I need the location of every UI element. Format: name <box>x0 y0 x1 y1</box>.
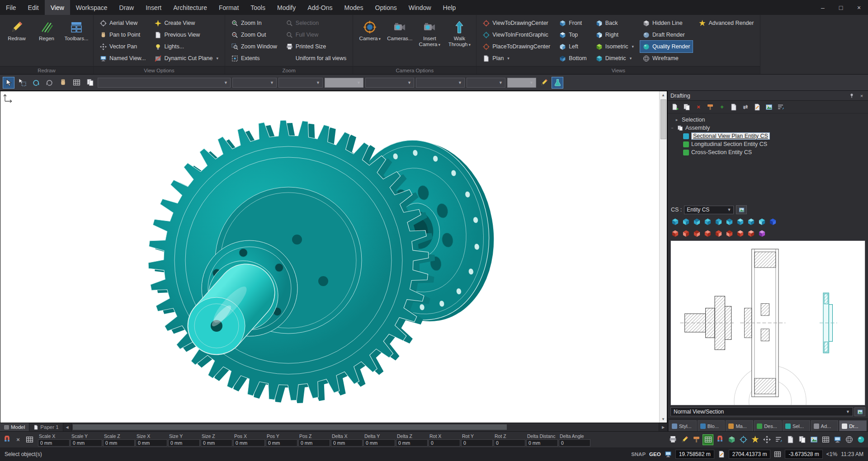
panel-tab-blocks[interactable]: Blo... <box>698 420 725 431</box>
section-cube-left-button[interactable] <box>692 228 702 238</box>
paint-view-button[interactable] <box>705 102 715 112</box>
textstyle-combo[interactable]: ▼ <box>416 78 465 88</box>
pin-panel-button[interactable] <box>848 92 855 99</box>
redo-button[interactable] <box>43 77 55 89</box>
tree-item-assembly[interactable]: − Assembly <box>670 124 866 132</box>
menu-window[interactable]: Window <box>403 0 437 15</box>
field-value[interactable]: 0 mm <box>331 439 363 447</box>
menu-architecture[interactable]: Architecture <box>167 0 213 15</box>
panel-tab-design[interactable]: Des... <box>754 420 782 431</box>
section-cube-front-button[interactable] <box>681 228 691 238</box>
style-combo[interactable]: ▼ <box>98 78 231 88</box>
linetype-combo[interactable]: ▼ <box>325 78 363 88</box>
view-cube-iso-se-button[interactable] <box>757 216 767 226</box>
snap-toggle[interactable]: SNAP <box>631 452 646 457</box>
table-button[interactable] <box>820 434 831 445</box>
panel-tab-drafting[interactable]: Dr... <box>839 420 867 431</box>
isometric-view-button[interactable]: Isometric▾ <box>593 41 637 52</box>
top-view-button[interactable]: Top <box>557 29 590 41</box>
table-tool-button[interactable] <box>71 77 82 89</box>
esnap-toggle-button[interactable] <box>750 434 760 445</box>
zoom-in-button[interactable]: Zoom In <box>229 17 280 29</box>
named-view-button[interactable]: Named View... <box>97 52 148 64</box>
field-value[interactable]: 0 <box>429 439 460 447</box>
snap-toggle-button[interactable] <box>714 434 725 445</box>
image-button[interactable] <box>764 102 774 112</box>
regen-button[interactable]: Regen <box>33 17 60 62</box>
maximize-button[interactable]: □ <box>832 0 850 15</box>
place-to-drawing-center-button[interactable]: PlaceToDrawingCenter <box>480 41 553 52</box>
scroll-down-arrow[interactable]: ▼ <box>660 415 667 423</box>
pencil-icon[interactable] <box>718 451 725 458</box>
menu-edit[interactable]: Edit <box>22 0 45 15</box>
field-value[interactable]: 0 mm <box>233 439 265 447</box>
cs-image-button[interactable] <box>736 205 747 214</box>
copy-view-button[interactable] <box>682 102 692 112</box>
menu-addons[interactable]: Add-Ons <box>302 0 338 15</box>
wireframe-button[interactable] <box>844 434 854 445</box>
grid-button[interactable] <box>24 435 34 445</box>
printed-size-button[interactable]: Printed Size <box>283 41 349 52</box>
insert-camera-button[interactable]: Insert Camera▾ <box>416 17 443 62</box>
hidden-line-button[interactable]: Hidden Line <box>640 17 693 29</box>
view-cube-left-button[interactable] <box>692 216 702 226</box>
view-mode-dropdown[interactable]: Normal View/Section ▼ <box>670 407 853 416</box>
collapse-icon[interactable]: − <box>670 126 675 130</box>
tree-item-longitudinal-section[interactable]: Longitudinal Section Entity CS <box>670 140 866 148</box>
view-to-in-front-graphic-button[interactable]: ViewToInFrontGraphic <box>480 29 553 41</box>
quality-render-button[interactable]: Quality Render <box>640 41 693 52</box>
edit-button[interactable] <box>679 434 690 445</box>
cameras-button[interactable]: Cameras... <box>387 17 413 62</box>
lwt-toggle-button[interactable] <box>773 434 784 445</box>
menu-tools[interactable]: Tools <box>245 0 271 15</box>
dynamic-cut-plane-button[interactable]: Dynamic Cut Plane▾ <box>152 52 221 64</box>
sheet-button[interactable] <box>785 434 796 445</box>
main-canvas[interactable]: ▲ ▼ <box>0 91 667 423</box>
clear-button[interactable]: × <box>13 435 23 445</box>
panel-tab-selection[interactable]: Sel... <box>783 420 810 431</box>
section-cube-purple-button[interactable] <box>757 228 767 238</box>
advanced-render-button[interactable]: Advanced Render <box>696 17 756 29</box>
camera-button[interactable]: Camera▾ <box>357 17 383 62</box>
lineweight-combo[interactable]: ▼ <box>365 78 414 88</box>
sheet-scroll-right-arrow[interactable]: ▶ <box>659 423 667 431</box>
wireframe-button[interactable]: Wireframe <box>640 52 693 64</box>
edit-pencil-button[interactable] <box>538 77 550 89</box>
color-combo[interactable]: ▼ <box>278 78 323 88</box>
select-tool-button[interactable] <box>3 77 14 89</box>
delete-view-button[interactable]: × <box>693 102 703 112</box>
scroll-up-arrow[interactable]: ▲ <box>660 91 667 99</box>
grid-icon[interactable] <box>774 451 781 458</box>
toolbars-button[interactable]: Toolbars... <box>63 17 90 62</box>
view-cube-back-button[interactable] <box>713 216 723 226</box>
dimetric-view-button[interactable]: Dimetric▾ <box>593 52 637 64</box>
print-button[interactable] <box>667 434 678 445</box>
sheet-tool-button[interactable] <box>84 77 96 89</box>
new-view-button[interactable] <box>670 102 680 112</box>
swap-views-button[interactable]: ⇄ <box>741 102 750 112</box>
monitor-button[interactable] <box>832 434 843 445</box>
render-button[interactable] <box>855 434 866 445</box>
menu-insert[interactable]: Insert <box>140 0 167 15</box>
undo-button[interactable] <box>30 77 42 89</box>
add-section-button[interactable]: + <box>717 102 727 112</box>
tab-paper-1[interactable]: Paper 1 <box>29 423 63 431</box>
view-mode-image-button[interactable] <box>854 407 865 416</box>
lights-button[interactable]: Lights... <box>152 41 221 52</box>
field-value[interactable]: 0 <box>494 439 525 447</box>
sort-button[interactable] <box>776 102 786 112</box>
menu-file[interactable]: File <box>0 0 22 15</box>
menu-workspace[interactable]: Workspace <box>70 0 113 15</box>
snap-settings-button[interactable] <box>2 435 12 445</box>
section-cube-right-button[interactable] <box>703 228 712 238</box>
scrollbar-thumb[interactable] <box>660 99 666 139</box>
zoom-extents-button[interactable]: Extents <box>229 52 280 64</box>
zoom-out-button[interactable]: Zoom Out <box>229 29 280 41</box>
bottom-view-button[interactable]: Bottom <box>557 52 590 64</box>
paint-button[interactable] <box>691 434 702 445</box>
track-toggle-button[interactable] <box>761 434 772 445</box>
field-value[interactable]: 0 mm <box>168 439 200 447</box>
front-view-button[interactable]: Front <box>557 17 590 29</box>
view-cube-iso-nw-button[interactable] <box>746 216 756 226</box>
sheet-scroll-left-arrow[interactable]: ◀ <box>63 423 71 431</box>
